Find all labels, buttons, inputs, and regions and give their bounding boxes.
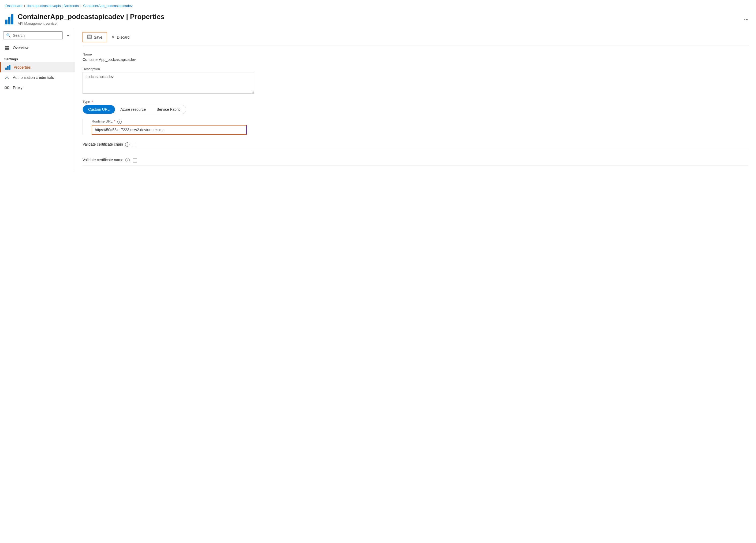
description-input[interactable]: podcastapicadev <box>83 72 254 94</box>
page-title: ContainerApp_podcastapicadev | Propertie… <box>18 13 165 21</box>
svg-rect-9 <box>88 37 91 38</box>
sidebar-section-settings: Settings <box>0 53 75 62</box>
discard-button[interactable]: ✕ Discard <box>107 33 134 42</box>
page-title-area: ContainerApp_podcastapicadev | Propertie… <box>18 13 165 25</box>
collapse-sidebar-button[interactable]: « <box>65 32 72 39</box>
name-field-section: Name ContainerApp_podcastapicadev <box>83 52 748 62</box>
bar-chart-icon <box>5 14 13 24</box>
properties-icon <box>5 65 10 70</box>
runtime-url-info-icon[interactable]: i <box>117 120 122 124</box>
save-button[interactable]: Save <box>83 32 107 42</box>
main-layout: 🔍 « Overview Settings <box>0 29 756 171</box>
breadcrumb-backends[interactable]: dotnetpodcastdevapis | Backends <box>27 4 79 8</box>
svg-rect-5 <box>5 87 6 89</box>
discard-label: Discard <box>117 35 129 39</box>
sidebar-item-overview[interactable]: Overview <box>0 43 75 53</box>
validate-cert-chain-info-icon[interactable]: i <box>125 142 129 147</box>
page-header: ContainerApp_podcastapicadev | Propertie… <box>0 10 756 27</box>
save-icon <box>87 35 92 40</box>
sidebar: 🔍 « Overview Settings <box>0 29 75 171</box>
validate-cert-name-label: Validate certificate name i <box>83 158 130 162</box>
breadcrumb: Dashboard › dotnetpodcastdevapis | Backe… <box>0 0 756 10</box>
sidebar-search-row: 🔍 « <box>0 31 75 39</box>
breadcrumb-dashboard[interactable]: Dashboard <box>5 4 23 8</box>
validate-cert-name-row: Validate certificate name i <box>83 155 748 166</box>
bar2 <box>8 17 10 24</box>
svg-rect-3 <box>7 48 9 50</box>
properties-label: Properties <box>14 65 31 69</box>
svg-rect-2 <box>5 48 7 50</box>
type-required-marker: * <box>91 100 93 104</box>
svg-rect-1 <box>7 46 9 47</box>
type-label: Type * <box>83 100 748 104</box>
validate-cert-chain-checkbox[interactable] <box>133 143 137 147</box>
toolbar: Save ✕ Discard <box>83 29 748 46</box>
type-custom-url[interactable]: Custom URL <box>83 105 115 114</box>
search-box[interactable]: 🔍 <box>3 31 63 39</box>
sidebar-item-auth[interactable]: Authorization credentials <box>0 72 75 83</box>
search-input[interactable] <box>13 33 60 38</box>
proxy-label: Proxy <box>13 85 23 90</box>
validate-cert-chain-row: Validate certificate chain i <box>83 140 748 150</box>
main-content: Save ✕ Discard Name ContainerApp_podcast… <box>75 29 756 171</box>
auth-label: Authorization credentials <box>13 75 54 80</box>
discard-icon: ✕ <box>111 35 115 39</box>
type-field-section: Type * Custom URL Azure resource Service… <box>83 100 748 114</box>
page-subtitle: API Management service <box>18 21 165 25</box>
name-label: Name <box>83 52 748 56</box>
bar1 <box>5 20 8 24</box>
runtime-url-input[interactable] <box>92 125 247 135</box>
name-value: ContainerApp_podcastapicadev <box>83 57 748 62</box>
svg-rect-0 <box>5 46 7 47</box>
sidebar-item-proxy[interactable]: Proxy <box>0 83 75 93</box>
proxy-icon <box>4 85 10 90</box>
runtime-url-required-marker: * <box>114 119 115 123</box>
description-field-section: Description podcastapicadev <box>83 67 748 94</box>
overview-icon <box>4 45 10 50</box>
overview-label: Overview <box>13 46 28 50</box>
svg-rect-10 <box>90 35 90 36</box>
validate-cert-name-checkbox[interactable] <box>133 158 137 163</box>
sidebar-item-properties[interactable]: Properties <box>0 62 75 72</box>
validate-cert-chain-label: Validate certificate chain i <box>83 142 129 147</box>
save-label: Save <box>94 35 102 39</box>
type-selector: Custom URL Azure resource Service Fabric <box>83 105 186 114</box>
runtime-url-label: Runtime URL * i <box>92 119 748 124</box>
validate-cert-name-info-icon[interactable]: i <box>125 158 130 162</box>
runtime-url-section: Runtime URL * i <box>83 119 748 135</box>
description-label: Description <box>83 67 748 71</box>
auth-icon <box>4 75 10 80</box>
search-icon: 🔍 <box>6 33 11 38</box>
breadcrumb-container-app[interactable]: ContainerApp_podcastapicadev <box>83 4 132 8</box>
more-options-button[interactable]: ··· <box>742 15 751 23</box>
app-icon <box>5 14 13 24</box>
svg-rect-6 <box>8 87 9 89</box>
bar3 <box>11 14 13 24</box>
type-azure-resource[interactable]: Azure resource <box>115 105 151 114</box>
type-service-fabric[interactable]: Service Fabric <box>151 105 186 114</box>
